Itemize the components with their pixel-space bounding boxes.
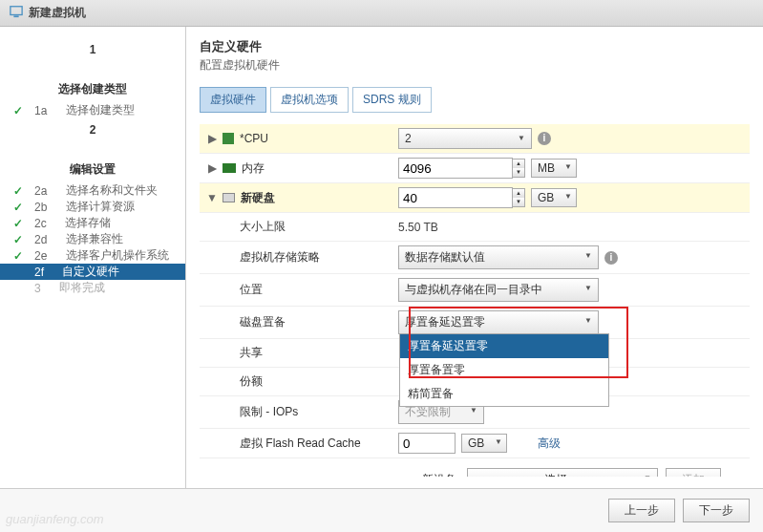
memory-unit[interactable]: MB (531, 159, 577, 178)
step-2e[interactable]: ✓2e 选择客户机操作系统 (0, 247, 185, 264)
newdevice-select[interactable]: ------- 选择 ------- (467, 468, 658, 477)
iops-label: 限制 - IOPs (240, 404, 298, 420)
check-icon: ✓ (13, 184, 23, 198)
step-1a[interactable]: ✓1a 选择创建类型 (0, 102, 185, 118)
disk-size-input[interactable]: ▲▼ (398, 187, 525, 208)
cpu-label: *CPU (240, 132, 268, 145)
step-2f[interactable]: 2f 自定义硬件 (0, 264, 185, 280)
shares-label: 份额 (240, 373, 263, 390)
tabs: 虚拟硬件 虚拟机选项 SDRS 规则 (200, 87, 750, 113)
storagepolicy-select[interactable]: 数据存储默认值 (398, 245, 599, 269)
prev-button[interactable]: 上一步 (608, 499, 675, 522)
page-heading: 自定义硬件 (200, 38, 750, 55)
row-location: 位置 与虚拟机存储在同一目录中 (200, 274, 750, 307)
tab-sdrs-rules[interactable]: SDRS 规则 (352, 87, 432, 113)
memory-label: 内存 (242, 160, 265, 177)
expand-icon[interactable]: ▶ (207, 134, 217, 143)
window-title: 新建虚拟机 (29, 5, 86, 21)
maxsize-value: 5.50 TB (398, 221, 438, 234)
newdisk-label: 新硬盘 (241, 191, 275, 204)
maxsize-label: 大小上限 (240, 219, 286, 235)
row-cpu: ▶ *CPU 2 i (200, 124, 750, 154)
diskprov-opt-thin[interactable]: 精简置备 (400, 382, 608, 406)
spin-down-icon[interactable]: ▼ (513, 198, 524, 206)
vm-icon (10, 5, 23, 21)
row-flash: 虚拟 Flash Read Cache GB 高级 (200, 429, 750, 458)
footer: 上一步 下一步 (0, 488, 763, 532)
row-memory: ▶ 内存 ▲▼ MB (200, 154, 750, 183)
row-storage-policy: 虚拟机存储策略 数据存储默认值 i (200, 242, 750, 274)
diskprov-menu: 厚置备延迟置零 厚置备置零 精简置备 (399, 333, 609, 407)
disk-unit[interactable]: GB (531, 188, 577, 207)
step-2d[interactable]: ✓2d 选择兼容性 (0, 231, 185, 247)
flash-label: 虚拟 Flash Read Cache (240, 436, 361, 452)
step-3: 3 即将完成 (0, 280, 185, 296)
location-label: 位置 (240, 282, 263, 298)
step-1[interactable]: 1 选择创建类型 (0, 38, 185, 102)
step-2a[interactable]: ✓2a 选择名称和文件夹 (0, 182, 185, 199)
newdevice-label: 新设备: (422, 472, 459, 477)
check-icon: ✓ (13, 217, 23, 230)
svg-rect-0 (11, 7, 22, 15)
diskprov-opt-thick-eager[interactable]: 厚置备置零 (400, 358, 608, 382)
add-device-button[interactable]: 添加 (666, 468, 721, 477)
row-diskprov: 磁盘置备 厚置备延迟置零 厚置备延迟置零 厚置备置零 精简置备 (200, 307, 750, 339)
wizard-sidebar: 1 选择创建类型 ✓1a 选择创建类型 2 编辑设置 ✓2a 选择名称和文件夹 … (0, 27, 186, 488)
cpu-icon (223, 133, 234, 144)
watermark: guanjianfeng.com (6, 512, 104, 526)
svg-rect-1 (13, 15, 18, 17)
sharing-label: 共享 (240, 345, 263, 361)
spin-down-icon[interactable]: ▼ (513, 168, 524, 177)
check-icon: ✓ (13, 201, 23, 214)
title-bar: 新建虚拟机 (0, 0, 763, 27)
memory-icon (223, 163, 236, 173)
info-icon[interactable]: i (538, 132, 551, 145)
disk-icon (223, 193, 235, 202)
collapse-icon[interactable]: ▼ (207, 193, 217, 202)
spin-up-icon[interactable]: ▲ (513, 160, 524, 168)
step-2b[interactable]: ✓2b 选择计算资源 (0, 199, 185, 215)
step-2[interactable]: 2 编辑设置 (0, 118, 185, 182)
row-maxsize: 大小上限 5.50 TB (200, 213, 750, 242)
location-select[interactable]: 与虚拟机存储在同一目录中 (398, 278, 599, 302)
diskprov-opt-thick-lazy[interactable]: 厚置备延迟置零 (400, 334, 608, 358)
diskprov-select[interactable]: 厚置备延迟置零 厚置备延迟置零 厚置备置零 精简置备 (398, 310, 599, 334)
storagepolicy-label: 虚拟机存储策略 (240, 249, 320, 266)
check-icon: ✓ (13, 249, 23, 263)
flash-advanced-link[interactable]: 高级 (538, 436, 561, 452)
tab-vm-options[interactable]: 虚拟机选项 (270, 87, 349, 113)
next-button[interactable]: 下一步 (683, 499, 750, 522)
disk-size-field[interactable] (398, 187, 513, 208)
tab-virtual-hardware[interactable]: 虚拟硬件 (200, 87, 266, 113)
cpu-select[interactable]: 2 (398, 128, 532, 149)
check-icon: ✓ (13, 104, 23, 117)
diskprov-label: 磁盘置备 (240, 314, 286, 330)
info-icon[interactable]: i (604, 251, 618, 265)
memory-field[interactable] (398, 158, 513, 179)
flash-input[interactable] (398, 433, 456, 454)
page-subheading: 配置虚拟机硬件 (200, 57, 750, 74)
form-area: ▶ *CPU 2 i ▶ 内存 (200, 124, 750, 477)
row-newdisk: ▼ 新硬盘 ▲▼ GB (200, 183, 750, 213)
expand-icon[interactable]: ▶ (207, 163, 217, 173)
step-2c[interactable]: ✓2c 选择存储 (0, 215, 185, 231)
spin-up-icon[interactable]: ▲ (513, 189, 524, 198)
flash-unit[interactable]: GB (461, 434, 507, 453)
memory-input[interactable]: ▲▼ (398, 158, 525, 179)
check-icon: ✓ (13, 233, 23, 246)
new-device-row: 新设备: ------- 选择 ------- 添加 (200, 458, 750, 477)
